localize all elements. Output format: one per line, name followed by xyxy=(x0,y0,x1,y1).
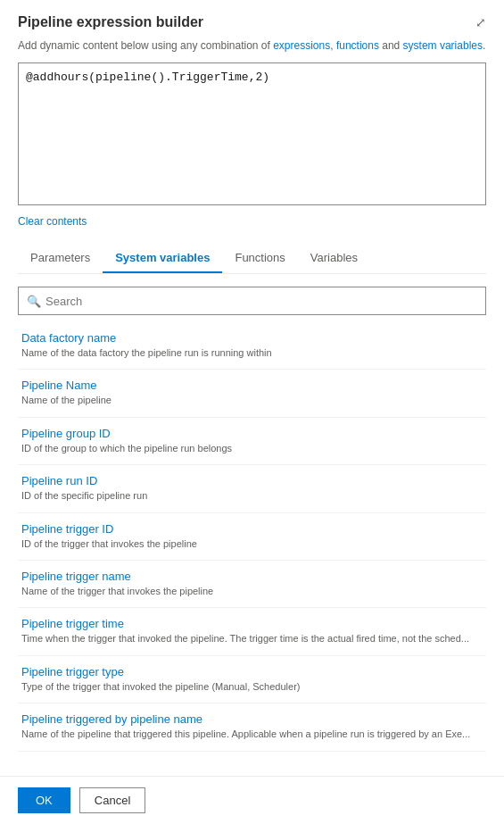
variable-desc: ID of the trigger that invokes the pipel… xyxy=(21,537,483,551)
list-item[interactable]: Pipeline Name Name of the pipeline xyxy=(18,370,486,417)
variable-name: Pipeline trigger ID xyxy=(21,522,483,536)
list-item[interactable]: Pipeline triggered by pipeline name Name… xyxy=(18,703,486,751)
tabs-row: Parameters System variables Functions Va… xyxy=(18,244,486,273)
list-item[interactable]: Pipeline group ID ID of the group to whi… xyxy=(18,418,486,465)
variable-name: Pipeline Name xyxy=(21,379,483,392)
expression-input[interactable]: @addhours(pipeline().TriggerTime,2) xyxy=(18,62,486,205)
tab-parameters[interactable]: Parameters xyxy=(18,244,103,273)
variable-desc: ID of the specific pipeline run xyxy=(21,489,483,503)
functions-link[interactable]: functions xyxy=(336,39,379,52)
variable-name: Data factory name xyxy=(21,331,483,345)
variable-desc: Name of the trigger that invokes the pip… xyxy=(21,585,483,598)
ok-button[interactable]: OK xyxy=(18,787,70,813)
tab-system-variables[interactable]: System variables xyxy=(103,244,222,273)
expressions-link[interactable]: expressions xyxy=(273,39,330,52)
variable-desc: Type of the trigger that invoked the pip… xyxy=(21,680,483,694)
list-item[interactable]: Pipeline trigger time Time when the trig… xyxy=(18,608,486,655)
tab-functions[interactable]: Functions xyxy=(222,244,297,273)
list-item[interactable]: Pipeline trigger type Type of the trigge… xyxy=(18,656,486,703)
variables-list: Data factory name Name of the data facto… xyxy=(18,322,486,760)
expand-icon[interactable]: ⤢ xyxy=(475,15,486,29)
variable-desc: ID of the group to which the pipeline ru… xyxy=(21,442,483,455)
search-input[interactable] xyxy=(18,287,486,315)
list-item[interactable]: Pipeline run ID ID of the specific pipel… xyxy=(18,465,486,512)
list-item[interactable]: Pipeline triggered by pipeline run ID Ru… xyxy=(18,752,486,760)
tabs-container: Parameters System variables Functions Va… xyxy=(18,244,486,274)
variable-name: Pipeline trigger name xyxy=(21,570,483,583)
footer: OK Cancel xyxy=(0,776,504,824)
cancel-button[interactable]: Cancel xyxy=(79,787,145,813)
variable-name: Pipeline triggered by pipeline name xyxy=(21,712,483,726)
panel-header: Pipeline expression builder ⤢ xyxy=(18,14,486,30)
variable-name: Pipeline run ID xyxy=(21,474,483,487)
variable-name: Pipeline trigger type xyxy=(21,665,483,678)
subtitle-text: Add dynamic content below using any comb… xyxy=(18,37,486,54)
panel-title: Pipeline expression builder xyxy=(18,14,203,30)
system-variables-link[interactable]: system variables xyxy=(403,39,483,52)
tab-variables[interactable]: Variables xyxy=(298,244,370,273)
search-bar: 🔍 xyxy=(18,287,486,315)
search-icon: 🔍 xyxy=(27,295,41,308)
variable-name: Pipeline group ID xyxy=(21,427,483,440)
list-item[interactable]: Data factory name Name of the data facto… xyxy=(18,322,486,370)
variable-desc: Time when the trigger that invoked the p… xyxy=(21,632,483,645)
variable-desc: Name of the pipeline that triggered this… xyxy=(21,728,483,741)
list-item[interactable]: Pipeline trigger name Name of the trigge… xyxy=(18,561,486,608)
variable-name: Pipeline trigger time xyxy=(21,617,483,630)
clear-contents-button[interactable]: Clear contents xyxy=(18,215,87,228)
list-item[interactable]: Pipeline trigger ID ID of the trigger th… xyxy=(18,513,486,561)
variable-desc: Name of the pipeline xyxy=(21,394,483,407)
variable-desc: Name of the data factory the pipeline ru… xyxy=(21,346,483,360)
